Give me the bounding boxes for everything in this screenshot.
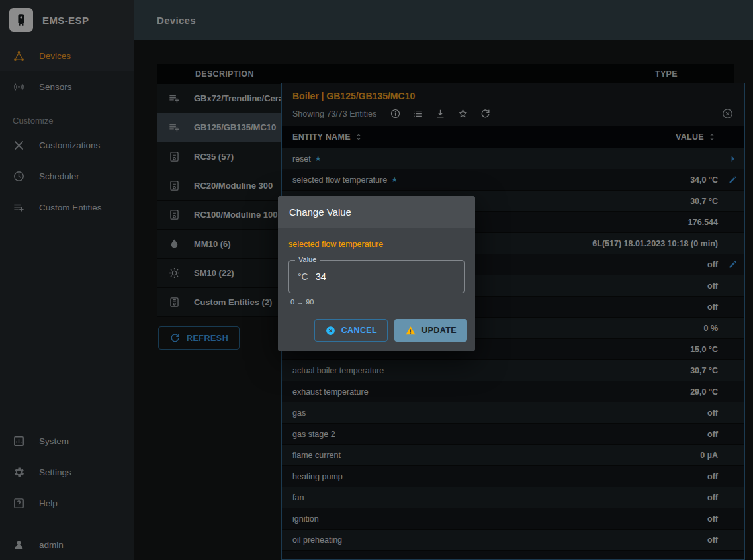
app-root: EMS-ESP DevicesSensors Customize Customi…	[0, 0, 753, 560]
value-input-text: 34	[316, 271, 326, 282]
cancel-button[interactable]: CANCEL	[314, 319, 388, 342]
update-button-label: UPDATE	[421, 326, 457, 335]
dialog-entity-name: selected flow temperature	[288, 240, 465, 249]
value-input[interactable]: Value °C 34	[288, 260, 465, 293]
unit-adornment: °C	[298, 271, 308, 282]
update-button[interactable]: UPDATE	[394, 319, 467, 342]
dialog-actions: CANCEL UPDATE	[278, 306, 475, 351]
cancel-button-label: CANCEL	[341, 326, 377, 335]
dialog-title: Change Value	[278, 196, 475, 228]
dialog-body: selected flow temperature Value °C 34 0 …	[278, 228, 475, 306]
value-range-hint: 0 → 90	[290, 298, 465, 306]
change-value-dialog: Change Value selected flow temperature V…	[278, 196, 475, 351]
warning-icon	[405, 325, 416, 336]
value-input-label: Value	[295, 256, 320, 263]
cancel-circle-icon	[325, 325, 336, 336]
